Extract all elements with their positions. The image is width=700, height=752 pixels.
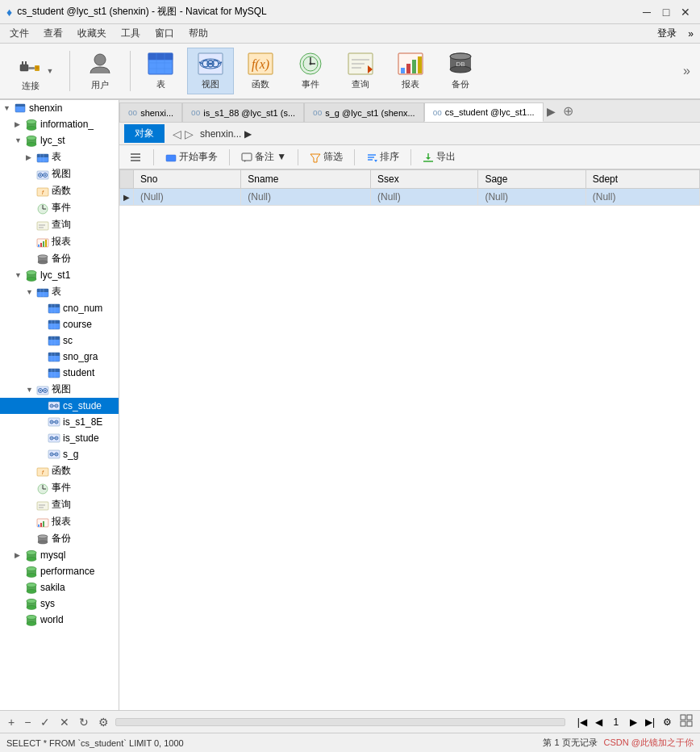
toolbar-view-button[interactable]: 视图 bbox=[187, 48, 234, 94]
tree-item-label: s_g bbox=[63, 449, 78, 460]
toolbar-query-button[interactable]: 查询 bbox=[337, 48, 384, 94]
tab-is_s1_88[interactable]: oo is_s1_88 @lyc_st1 (s... bbox=[182, 102, 304, 122]
db-icon bbox=[25, 581, 38, 594]
tree-item-lyc_st-report[interactable]: ▶ 报表 bbox=[0, 233, 119, 250]
tree-item-course[interactable]: ▶ course bbox=[0, 316, 119, 332]
more-options-button[interactable]: ⚙ bbox=[95, 714, 112, 730]
export-button[interactable]: 导出 bbox=[418, 148, 460, 165]
menu-icon-button[interactable] bbox=[124, 149, 147, 165]
login-button[interactable]: 登录 bbox=[651, 25, 683, 42]
tree-item-lyc_st-func[interactable]: ▶ f 函数 bbox=[0, 182, 119, 199]
col-header-ssex[interactable]: Ssex bbox=[371, 170, 478, 189]
toolbar-connect-button[interactable]: 连接 ▼ bbox=[6, 48, 63, 94]
cancel-button[interactable]: ✕ bbox=[56, 714, 73, 730]
menu-more-icon[interactable]: » bbox=[685, 27, 697, 41]
object-panel-header: 对象 ◁ ▷ shenxin... ▶ bbox=[119, 123, 700, 145]
add-record-button[interactable]: + bbox=[5, 714, 18, 730]
tree-item-lyc_st1-event[interactable]: ▶ 事件 bbox=[0, 479, 119, 496]
delete-record-button[interactable]: − bbox=[21, 714, 34, 730]
add-tab-button[interactable]: ⊕ bbox=[559, 102, 578, 121]
prev-page-button[interactable]: ◀ bbox=[593, 716, 605, 729]
tree-item-world[interactable]: ▶ world bbox=[0, 612, 119, 628]
toolbar-func-button[interactable]: f(x) 函数 bbox=[237, 48, 284, 94]
tree-item-lyc_st1-report[interactable]: ▶ 报表 bbox=[0, 513, 119, 530]
cell-sdept[interactable]: (Null) bbox=[585, 189, 699, 206]
tree-item-lyc_st1-backup[interactable]: ▶ 备份 bbox=[0, 530, 119, 547]
tree-item-lyc_st-query[interactable]: ▶ 查询 bbox=[0, 216, 119, 233]
tree-item-sakila[interactable]: ▶ sakila bbox=[0, 579, 119, 595]
tree-item-cs_student[interactable]: ▶ cs_stude bbox=[0, 398, 119, 414]
menu-file[interactable]: 文件 bbox=[3, 25, 35, 42]
col-header-sage[interactable]: Sage bbox=[478, 170, 585, 189]
tree-item-information[interactable]: ▶ information_ bbox=[0, 116, 119, 132]
horizontal-scrollbar[interactable] bbox=[115, 718, 565, 726]
svg-rect-3 bbox=[28, 67, 35, 69]
menu-window[interactable]: 窗口 bbox=[148, 25, 181, 42]
tree-item-lyc_st-event[interactable]: ▶ 事件 bbox=[0, 199, 119, 216]
tree-item-lyc_st1-query[interactable]: ▶ 查询 bbox=[0, 496, 119, 513]
tabs-more-button[interactable]: ▶ bbox=[544, 105, 559, 118]
tree-item-lyc_st1[interactable]: ▼ lyc_st1 bbox=[0, 267, 119, 283]
tree-item-sc[interactable]: ▶ sc bbox=[0, 332, 119, 349]
close-button[interactable]: ✕ bbox=[677, 4, 694, 20]
tree-item-lyc_st1-table[interactable]: ▼ 表 bbox=[0, 283, 119, 300]
tree-item-mysql[interactable]: ▶ mysql bbox=[0, 547, 119, 563]
filter-button[interactable]: 筛选 bbox=[305, 148, 348, 165]
maximize-button[interactable]: □ bbox=[658, 4, 674, 20]
table-row[interactable]: ▶ (Null) (Null) (Null) (Null) (Null) bbox=[120, 189, 700, 206]
object-tab-objects[interactable]: 对象 bbox=[124, 124, 165, 143]
begin-transaction-button[interactable]: 开始事务 bbox=[160, 148, 223, 165]
nav-forward-icon[interactable]: ▷ bbox=[185, 127, 194, 140]
refresh-button[interactable]: ↻ bbox=[76, 714, 92, 730]
tree-item-sys[interactable]: ▶ sys bbox=[0, 595, 119, 612]
cell-ssex[interactable]: (Null) bbox=[371, 189, 478, 206]
comment-button[interactable]: 备注 ▼ bbox=[236, 148, 291, 165]
sort-button[interactable]: 排序 bbox=[361, 148, 404, 165]
svg-point-153 bbox=[38, 541, 48, 544]
tree-item-is_stude[interactable]: ▶ is_stude bbox=[0, 430, 119, 446]
tree-item-shenxin[interactable]: ▼ shenxin bbox=[0, 100, 119, 116]
tree-item-lyc_st1-view[interactable]: ▼ 视图 bbox=[0, 381, 119, 398]
col-header-sdept[interactable]: Sdept bbox=[585, 170, 699, 189]
tree-item-cno_num[interactable]: ▶ cno_num bbox=[0, 300, 119, 316]
toolbar-report-button[interactable]: 报表 bbox=[387, 48, 434, 94]
tree-item-lyc_st[interactable]: ▼ lyc_st bbox=[0, 132, 119, 148]
tab-cs_student[interactable]: oo cs_student @lyc_st1... bbox=[424, 102, 544, 122]
tree-item-lyc_st-backup[interactable]: ▶ 备份 bbox=[0, 250, 119, 267]
svg-rect-149 bbox=[40, 523, 42, 527]
tree-item-lyc_st1-func[interactable]: ▶ f 函数 bbox=[0, 462, 119, 479]
tree-item-student[interactable]: ▶ student bbox=[0, 365, 119, 381]
toolbar-more-icon[interactable]: » bbox=[680, 61, 694, 81]
cell-sage[interactable]: (Null) bbox=[478, 189, 585, 206]
col-header-sname[interactable]: Sname bbox=[241, 170, 371, 189]
menu-help[interactable]: 帮助 bbox=[182, 25, 215, 42]
cell-sno[interactable]: (Null) bbox=[134, 189, 241, 206]
toolbar-backup-button[interactable]: DB 备份 bbox=[437, 48, 484, 94]
settings-nav-button[interactable]: ⚙ bbox=[660, 716, 674, 729]
toolbar-event-button[interactable]: 事件 bbox=[287, 48, 334, 94]
minimize-button[interactable]: ─ bbox=[639, 4, 655, 20]
tree-item-performance[interactable]: ▶ performance bbox=[0, 563, 119, 579]
first-page-button[interactable]: |◀ bbox=[575, 716, 590, 729]
nav-back-icon[interactable]: ◁ bbox=[173, 127, 181, 140]
tree-item-sno_gra[interactable]: ▶ sno_gra bbox=[0, 349, 119, 365]
tree-item-s_g[interactable]: ▶ s_g bbox=[0, 446, 119, 462]
svg-rect-45 bbox=[15, 104, 25, 107]
confirm-button[interactable]: ✓ bbox=[37, 714, 53, 730]
menu-view[interactable]: 查看 bbox=[37, 25, 69, 42]
cell-sname[interactable]: (Null) bbox=[241, 189, 371, 206]
tree-item-is_s1_88[interactable]: ▶ is_s1_8E bbox=[0, 414, 119, 430]
tab-shenxin[interactable]: oo shenxi... bbox=[119, 102, 182, 122]
menu-favorites[interactable]: 收藏夹 bbox=[71, 25, 113, 42]
tree-item-lyc_st-table[interactable]: ▶ 表 bbox=[0, 148, 119, 165]
toolbar-table-button[interactable]: 表 bbox=[137, 48, 184, 94]
next-page-button[interactable]: ▶ bbox=[627, 716, 640, 729]
grid-view-button[interactable] bbox=[677, 713, 695, 730]
tree-item-lyc_st-view[interactable]: ▶ 视图 bbox=[0, 165, 119, 182]
menu-tools[interactable]: 工具 bbox=[115, 25, 147, 42]
toolbar-user-button[interactable]: 用户 bbox=[77, 48, 123, 94]
window-title: cs_student @lyc_st1 (shenxin) - 视图 - Nav… bbox=[17, 5, 267, 19]
col-header-sno[interactable]: Sno bbox=[134, 170, 241, 189]
tab-s_g[interactable]: oo s_g @lyc_st1 (shenx... bbox=[304, 102, 424, 122]
last-page-button[interactable]: ▶| bbox=[643, 716, 657, 729]
